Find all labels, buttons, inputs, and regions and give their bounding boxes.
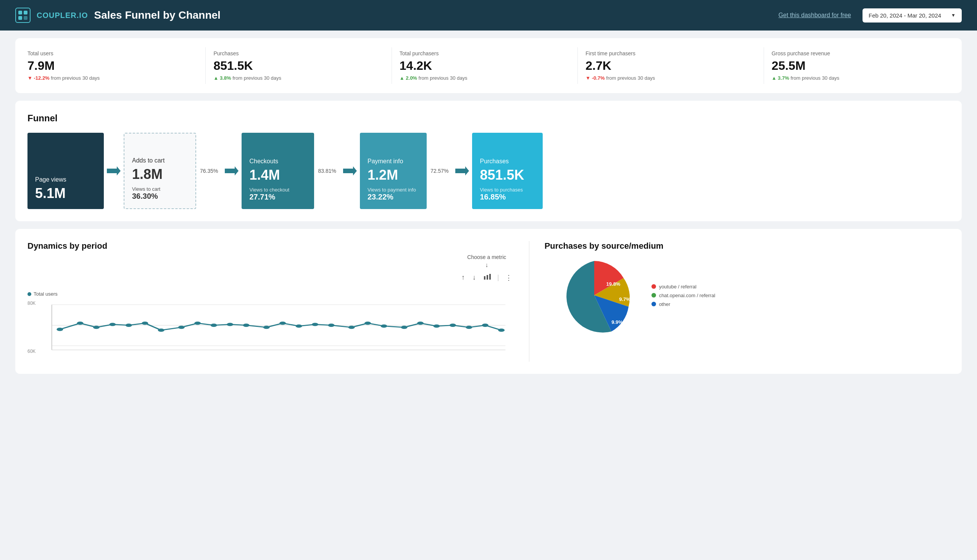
kpi-card-1: Purchases 851.5K 3.8% from previous 30 d…: [206, 47, 392, 84]
svg-rect-10: [489, 274, 491, 280]
svg-point-24: [227, 323, 233, 326]
step-sub-label-3: Views to payment info: [367, 187, 419, 193]
funnel-step-4: Purchases 851.5K Views to purchases 16.8…: [472, 133, 543, 209]
svg-point-16: [93, 326, 100, 329]
svg-point-37: [449, 323, 456, 327]
svg-point-23: [210, 323, 217, 327]
funnel-arrow-icon: [452, 165, 472, 176]
metric-more-button[interactable]: ⋮: [504, 272, 514, 283]
funnel-step-2: Checkouts 1.4M Views to checkout 27.71%: [242, 133, 314, 209]
step-sub-value-3: 23.22%: [367, 193, 419, 202]
kpi-change-pct-2: 2.0%: [399, 75, 417, 81]
step-sub-value-4: 16.85%: [480, 193, 535, 202]
date-range-selector[interactable]: Feb 20, 2024 - Mar 20, 2024 ▼: [862, 8, 962, 23]
step-sub-label-4: Views to purchases: [480, 187, 535, 193]
chart-y-top: 80K: [27, 301, 35, 306]
kpi-value-4: 25.5M: [772, 59, 942, 73]
kpi-card-0: Total users 7.9M -12.2% from previous 30…: [27, 47, 206, 84]
logo-text: COUPLER.IO: [37, 11, 88, 20]
legend-dot-icon: [27, 292, 31, 296]
legend-dot-youtube: [651, 284, 656, 289]
step-label-4: Purchases: [480, 158, 535, 165]
svg-point-20: [158, 328, 164, 332]
purchases-title: Purchases by source/medium: [544, 241, 950, 251]
funnel-title: Funnel: [27, 113, 950, 123]
chart-y-bottom: 60K: [27, 349, 35, 354]
svg-point-25: [243, 323, 250, 327]
svg-rect-3: [23, 16, 27, 20]
header: COUPLER.IO Sales Funnel by Channel Get t…: [0, 0, 977, 30]
metric-controls: ↑ ↓ | ⋮: [460, 272, 514, 283]
svg-point-36: [433, 324, 440, 328]
kpi-label-4: Gross purchase revenue: [772, 50, 942, 57]
metric-up-button[interactable]: ↑: [460, 272, 466, 283]
svg-point-30: [328, 323, 335, 327]
svg-marker-6: [343, 166, 357, 175]
svg-point-32: [364, 322, 371, 325]
kpi-change-text-0: from previous 30 days: [51, 75, 100, 81]
funnel-step-3: Payment info 1.2M Views to payment info …: [360, 133, 427, 209]
step-label-1: Adds to cart: [132, 157, 188, 164]
kpi-change-4: 3.7% from previous 30 days: [772, 75, 942, 81]
svg-text:19.8%: 19.8%: [606, 281, 620, 287]
get-dashboard-link[interactable]: Get this dashboard for free: [778, 12, 851, 19]
svg-marker-4: [107, 166, 120, 175]
dropdown-arrow-icon: ▼: [951, 13, 955, 18]
step-sub-label-1: Views to cart: [132, 186, 188, 192]
funnel-steps: Page views 5.1M Adds to cart 1.8M Views …: [27, 133, 950, 209]
choose-metric-label: Choose a metric: [467, 254, 506, 260]
legend-item-other: other: [651, 302, 715, 307]
kpi-change-1: 3.8% from previous 30 days: [213, 75, 384, 81]
metric-chart-button[interactable]: [482, 272, 493, 283]
svg-point-34: [401, 326, 408, 329]
header-right: Get this dashboard for free Feb 20, 2024…: [778, 8, 962, 23]
funnel-arrow-icon: [222, 165, 242, 176]
main-content: Total users 7.9M -12.2% from previous 30…: [0, 30, 977, 382]
kpi-card-container: Total users 7.9M -12.2% from previous 30…: [15, 38, 962, 93]
svg-point-15: [77, 322, 83, 325]
coupler-logo: [15, 8, 30, 23]
funnel-arrow-icon: [104, 165, 124, 176]
step-label-0: Page views: [35, 176, 96, 183]
kpi-label-2: Total purchasers: [399, 50, 570, 57]
svg-marker-7: [455, 166, 469, 175]
kpi-change-pct-0: -12.2%: [27, 75, 50, 81]
kpi-change-text-1: from previous 30 days: [232, 75, 281, 81]
header-left: COUPLER.IO Sales Funnel by Channel: [15, 8, 220, 23]
kpi-value-2: 14.2K: [399, 59, 570, 73]
legend-dot-other: [651, 302, 656, 306]
line-chart: [27, 301, 514, 354]
kpi-card-2: Total purchasers 14.2K 2.0% from previou…: [392, 47, 578, 84]
funnel-between-pct: 76.35%: [196, 168, 222, 174]
step-value-1: 1.8M: [132, 166, 188, 182]
step-sub-label-2: Views to checkout: [249, 187, 306, 193]
svg-point-31: [349, 326, 355, 329]
legend-item-openai: chat.openai.com / referral: [651, 293, 715, 298]
step-value-3: 1.2M: [367, 167, 419, 183]
kpi-change-pct-4: 3.7%: [772, 75, 789, 81]
svg-point-38: [466, 326, 472, 329]
kpi-value-3: 2.7K: [585, 59, 756, 73]
step-sub-value-2: 27.71%: [249, 193, 306, 202]
svg-rect-1: [23, 11, 27, 15]
step-value-2: 1.4M: [249, 167, 306, 183]
svg-point-18: [125, 323, 132, 327]
svg-point-28: [296, 324, 302, 328]
date-range-value: Feb 20, 2024 - Mar 20, 2024: [868, 12, 941, 19]
svg-point-21: [178, 326, 185, 329]
svg-point-39: [482, 323, 489, 327]
metric-down-button[interactable]: ↓: [471, 272, 478, 283]
funnel-step-1: Adds to cart 1.8M Views to cart 36.30%: [124, 133, 196, 209]
kpi-change-text-4: from previous 30 days: [790, 75, 839, 81]
svg-point-35: [417, 322, 424, 325]
funnel-arrow-icon: [340, 165, 360, 176]
kpi-value-0: 7.9M: [27, 59, 198, 73]
kpi-change-pct-3: -0.7%: [585, 75, 605, 81]
legend-label: Total users: [33, 291, 58, 297]
pie-chart: 19.8% 9.7% 9.9%: [544, 257, 644, 333]
step-value-0: 5.1M: [35, 185, 96, 202]
kpi-change-text-3: from previous 30 days: [606, 75, 655, 81]
dynamics-section: Dynamics by period Choose a metric ↓ ↑ ↓…: [27, 241, 514, 362]
kpi-value-1: 851.5K: [213, 59, 384, 73]
kpi-label-3: First time purchasers: [585, 50, 756, 57]
